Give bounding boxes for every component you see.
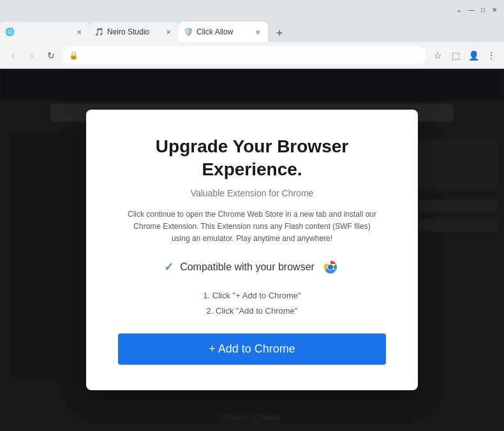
forward-button[interactable]: › [24, 48, 40, 63]
lock-icon: 🔒 [69, 51, 78, 60]
tab-2[interactable]: 🎵 Neiro Studio ✕ [89, 22, 179, 42]
close-button[interactable]: ✕ [490, 5, 499, 14]
back-button[interactable]: ‹ [5, 48, 20, 63]
tab-3-favicon: 🛡️ [184, 27, 193, 36]
compatible-row: ✓ Compatible with your browser [118, 258, 386, 277]
menu-icon[interactable]: ⋮ [484, 48, 499, 63]
add-to-chrome-button[interactable]: + Add to Chrome [118, 333, 386, 365]
modal-title: Upgrade Your Browser Experience. [118, 135, 386, 182]
chrome-logo-icon [321, 258, 340, 277]
modal-overlay: Upgrade Your Browser Experience. Valuabl… [0, 69, 504, 431]
window-controls: — □ ✕ [467, 5, 499, 14]
svg-point-2 [328, 265, 333, 270]
tab-bar: 🌐 ✕ 🎵 Neiro Studio ✕ 🛡️ Click Allow ✕ + [0, 19, 504, 42]
tab-3[interactable]: 🛡️ Click Allow ✕ [179, 22, 268, 42]
reload-button[interactable]: ↻ [43, 48, 59, 63]
tab-2-close[interactable]: ✕ [163, 27, 174, 37]
tab-1-close[interactable]: ✕ [74, 27, 84, 37]
instruction-2: 2. Click "Add to Chrome" [118, 303, 386, 318]
toolbar-icons: ☆ ⬚ 👤 ⋮ [430, 48, 499, 63]
extension-icon[interactable]: ⬚ [448, 48, 463, 63]
new-tab-button[interactable]: + [271, 24, 288, 42]
browser-frame: ⌄ — □ ✕ 🌐 ✕ 🎵 Neiro Studio ✕ 🛡️ Click Al… [0, 0, 504, 431]
compatible-text: Compatible with your browser [180, 261, 315, 273]
modal-subtitle: Valuable Extension for Chrome [118, 188, 386, 198]
url-wrap: 🔒 [63, 47, 426, 64]
bookmark-star-icon[interactable]: ☆ [430, 48, 445, 63]
page-content: DAC Privacy | Terms Upgrade Your Browser… [0, 69, 504, 431]
instructions: 1. Click "+ Add to Chrome" 2. Click "Add… [118, 288, 386, 318]
url-input[interactable] [63, 47, 426, 64]
title-bar: ⌄ — □ ✕ [0, 0, 504, 19]
minimize-button[interactable]: — [467, 5, 476, 14]
modal-description: Click continue to open the Chrome Web St… [118, 208, 386, 245]
tab-1[interactable]: 🌐 ✕ [0, 22, 89, 42]
tab-2-label: Neiro Studio [107, 27, 159, 36]
modal-dialog: Upgrade Your Browser Experience. Valuabl… [86, 110, 418, 390]
account-icon[interactable]: 👤 [466, 48, 481, 63]
tab-3-close[interactable]: ✕ [253, 27, 263, 37]
maximize-button[interactable]: □ [478, 5, 487, 14]
check-icon: ✓ [164, 260, 174, 274]
tab-3-label: Click Allow [196, 27, 249, 36]
tab-1-favicon: 🌐 [5, 27, 14, 36]
tab-2-favicon: 🎵 [94, 27, 103, 36]
instruction-1: 1. Click "+ Add to Chrome" [118, 288, 386, 303]
chevron-icon[interactable]: ⌄ [456, 6, 462, 14]
address-bar: ‹ › ↻ 🔒 ☆ ⬚ 👤 ⋮ [0, 42, 504, 69]
